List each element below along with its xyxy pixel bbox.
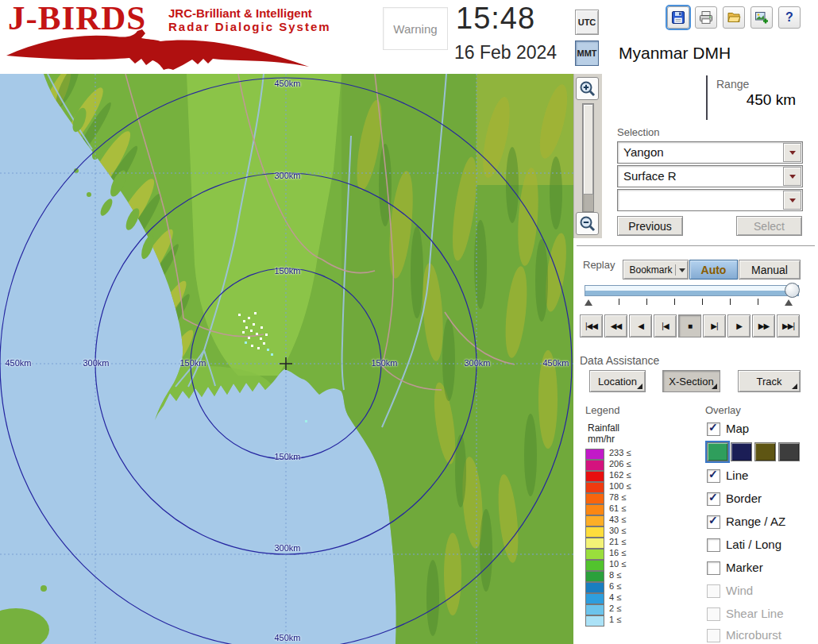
- panel-divider: [577, 245, 815, 249]
- range-az-checkbox[interactable]: ✓: [707, 515, 720, 529]
- timeline-tick: [646, 299, 647, 305]
- range-label-top-300: 300km: [274, 171, 300, 180]
- track-button[interactable]: Track: [738, 370, 801, 392]
- playback-fast-forward-button[interactable]: ▶▶: [752, 314, 775, 337]
- warning-indicator: Warning: [383, 7, 448, 50]
- zoom-in-icon: [579, 80, 596, 98]
- range-label-bottom-450: 450km: [274, 633, 300, 642]
- range-label-left-450: 450km: [5, 358, 31, 368]
- clock-date: 16 Feb 2024: [454, 42, 557, 64]
- overlay-item-label: Microburst: [726, 628, 781, 642]
- overlay-item-label: Lati / Long: [726, 538, 781, 551]
- check-icon: ✓: [708, 468, 718, 480]
- overlay-section-label: Overlay: [705, 404, 741, 416]
- overlay-item-label: Line: [726, 469, 748, 482]
- bookmark-button-label: Bookmark: [629, 264, 672, 276]
- zoom-out-button[interactable]: [576, 212, 599, 235]
- help-button[interactable]: ?: [778, 6, 801, 29]
- export-image-icon: [754, 10, 769, 25]
- option-dropdown[interactable]: [617, 189, 803, 211]
- previous-button[interactable]: Previous: [617, 216, 683, 236]
- range-label-top-150: 150km: [274, 266, 300, 276]
- data-assistance-label: Data Assistance: [580, 354, 659, 367]
- playback-reverse-button[interactable]: ◀: [629, 314, 652, 337]
- microburst-checkbox: [707, 629, 720, 642]
- legend-value: 43 ≤: [609, 515, 626, 524]
- site-dropdown-button[interactable]: [783, 143, 801, 162]
- legend-color-swatch: [585, 582, 604, 593]
- playback-play-button[interactable]: ▶: [727, 314, 750, 337]
- overlay-item-label: Map: [726, 422, 749, 435]
- select-button[interactable]: Select: [736, 216, 802, 236]
- map-style-swatch-navy[interactable]: [731, 442, 752, 461]
- playback-goto-end-button[interactable]: ▶▶|: [777, 314, 800, 337]
- chevron-down-icon: [789, 151, 796, 155]
- site-dropdown[interactable]: Yangon: [617, 141, 803, 164]
- zoom-slider[interactable]: [582, 103, 594, 212]
- lati-long-checkbox[interactable]: [707, 538, 720, 552]
- product-dropdown[interactable]: Surface R: [617, 165, 803, 187]
- playback-step-forward-button[interactable]: ▶|: [703, 314, 726, 337]
- open-folder-button[interactable]: [723, 6, 745, 29]
- zoom-slider-thumb[interactable]: [583, 104, 593, 195]
- check-icon: ✓: [708, 514, 718, 526]
- legend-value: 61 ≤: [609, 503, 626, 513]
- location-button[interactable]: Location: [589, 370, 646, 392]
- map-style-swatch-olive[interactable]: [754, 442, 776, 461]
- zoom-in-button[interactable]: [576, 77, 599, 100]
- legend-value: 8 ≤: [609, 570, 621, 580]
- replay-slider-thumb[interactable]: [785, 283, 800, 298]
- shear-line-checkbox: [707, 607, 720, 621]
- legend-color-swatch: [585, 526, 604, 538]
- header: J-BIRDS JRC-Brilliant & Intelligent Rada…: [0, 0, 818, 74]
- overlay-item-label: Range / AZ: [726, 515, 785, 528]
- legend-value: 16 ≤: [609, 548, 626, 557]
- option-dropdown-button[interactable]: [783, 191, 801, 210]
- legend-color-swatch: [585, 493, 604, 504]
- product-dropdown-button[interactable]: [783, 167, 801, 186]
- radar-map[interactable]: 450km 300km 150km 450km 300km 150km 150k…: [0, 74, 573, 644]
- save-button[interactable]: [667, 6, 689, 29]
- timeline-tick: [758, 299, 758, 305]
- replay-timeline-slider[interactable]: [585, 285, 799, 296]
- bookmark-dropdown-arrow[interactable]: [675, 264, 685, 276]
- legend-unit: mm/hr: [588, 434, 615, 445]
- marker-checkbox[interactable]: [707, 561, 720, 575]
- replay-auto-button[interactable]: Auto: [689, 260, 738, 280]
- border-checkbox[interactable]: ✓: [707, 492, 720, 506]
- range-label-bottom-300: 300km: [274, 543, 300, 553]
- timeline-tick: [619, 299, 619, 305]
- clock-time: 15:48: [456, 2, 535, 36]
- replay-manual-button[interactable]: Manual: [739, 260, 801, 280]
- xsection-button[interactable]: X-Section: [662, 370, 720, 392]
- legend-value: 206 ≤: [609, 459, 631, 469]
- timeline-tick: [702, 299, 703, 305]
- legend-color-swatch: [585, 504, 604, 515]
- playback-stop-button[interactable]: ■: [678, 314, 701, 337]
- timezone-utc-button[interactable]: UTC: [575, 10, 599, 35]
- map-style-swatch-green[interactable]: [707, 442, 728, 461]
- print-button[interactable]: [695, 6, 717, 29]
- timeline-tick: [730, 299, 731, 305]
- legend-value: 1 ≤: [609, 615, 621, 624]
- range-value: 450 km: [707, 91, 796, 109]
- legend-color-swatch: [585, 449, 604, 460]
- range-label-left-150: 150km: [179, 358, 206, 368]
- chevron-down-icon: [679, 268, 685, 272]
- range-label-right-150: 150km: [371, 358, 397, 368]
- playback-goto-start-button[interactable]: |◀◀: [580, 314, 603, 337]
- map-style-swatch-gray[interactable]: [778, 442, 800, 461]
- playback-step-back-button[interactable]: |◀: [654, 314, 677, 337]
- bookmark-button[interactable]: Bookmark: [623, 260, 689, 280]
- legend-color-swatch: [585, 571, 604, 582]
- playback-fast-rewind-button[interactable]: ◀◀: [604, 314, 627, 337]
- line-checkbox[interactable]: ✓: [707, 469, 720, 483]
- export-image-button[interactable]: [750, 6, 773, 29]
- check-icon: ✓: [708, 421, 718, 434]
- check-icon: ✓: [708, 491, 718, 503]
- legend-unit-title: Rainfall: [588, 422, 619, 434]
- legend-value: 233 ≤: [609, 448, 631, 457]
- timezone-mmt-button[interactable]: MMT: [575, 40, 599, 66]
- map-checkbox[interactable]: ✓: [707, 422, 720, 436]
- legend-color-swatch: [585, 560, 604, 571]
